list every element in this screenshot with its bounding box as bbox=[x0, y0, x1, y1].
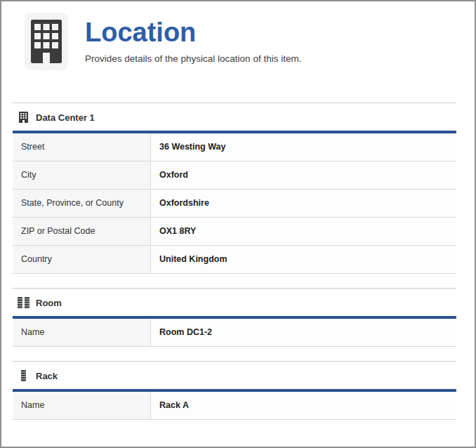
data-center-table: Street 36 Westing Way City Oxford State,… bbox=[13, 131, 456, 274]
location-page: Location Provides details of the physica… bbox=[0, 0, 476, 448]
row-value: 36 Westing Way bbox=[151, 133, 456, 161]
section-header-rack: Rack bbox=[13, 362, 456, 389]
row-value: Oxford bbox=[151, 162, 456, 189]
row-value: Room DC1-2 bbox=[151, 319, 456, 346]
section-rack: Rack Name Rack A bbox=[13, 361, 456, 420]
row-label: City bbox=[13, 162, 151, 189]
header-text: Location Provides details of the physica… bbox=[85, 13, 301, 64]
section-room: Room Name Room DC1-2 bbox=[13, 288, 456, 347]
page-subtitle: Provides details of the physical locatio… bbox=[85, 53, 301, 64]
section-title: Data Center 1 bbox=[36, 112, 95, 123]
row-label: Name bbox=[13, 392, 151, 419]
section-title: Room bbox=[36, 298, 62, 308]
rack-icon bbox=[18, 370, 29, 381]
room-table: Name Room DC1-2 bbox=[13, 316, 456, 347]
section-header-room: Room bbox=[13, 289, 456, 316]
section-title: Rack bbox=[36, 371, 58, 381]
data-center-building-icon bbox=[18, 112, 29, 123]
rack-table: Name Rack A bbox=[13, 389, 456, 420]
row-value: United Kingdom bbox=[151, 246, 456, 273]
row-label: ZIP or Postal Code bbox=[13, 218, 151, 245]
row-value: Oxfordshire bbox=[151, 190, 456, 217]
row-value: OX1 8RY bbox=[151, 218, 456, 245]
row-label: Name bbox=[13, 319, 151, 346]
table-row: Country United Kingdom bbox=[13, 246, 456, 274]
section-data-center: Data Center 1 Street 36 Westing Way City… bbox=[13, 103, 456, 274]
table-row: ZIP or Postal Code OX1 8RY bbox=[13, 218, 456, 246]
row-label: State, Province, or County bbox=[13, 190, 151, 217]
row-label: Country bbox=[13, 246, 151, 273]
table-row: State, Province, or County Oxfordshire bbox=[13, 190, 456, 218]
row-value: Rack A bbox=[151, 392, 456, 419]
table-row: Name Rack A bbox=[13, 392, 456, 420]
sections-container: Data Center 1 Street 36 Westing Way City… bbox=[13, 103, 456, 420]
table-row: Name Room DC1-2 bbox=[13, 319, 456, 347]
page-title: Location bbox=[85, 18, 301, 46]
table-row: City Oxford bbox=[13, 162, 456, 190]
row-label: Street bbox=[13, 133, 151, 161]
page-header: Location Provides details of the physica… bbox=[1, 1, 475, 70]
table-row: Street 36 Westing Way bbox=[13, 133, 456, 162]
section-header-data-center: Data Center 1 bbox=[13, 103, 456, 131]
room-racks-icon bbox=[18, 297, 29, 308]
building-icon bbox=[25, 13, 68, 70]
